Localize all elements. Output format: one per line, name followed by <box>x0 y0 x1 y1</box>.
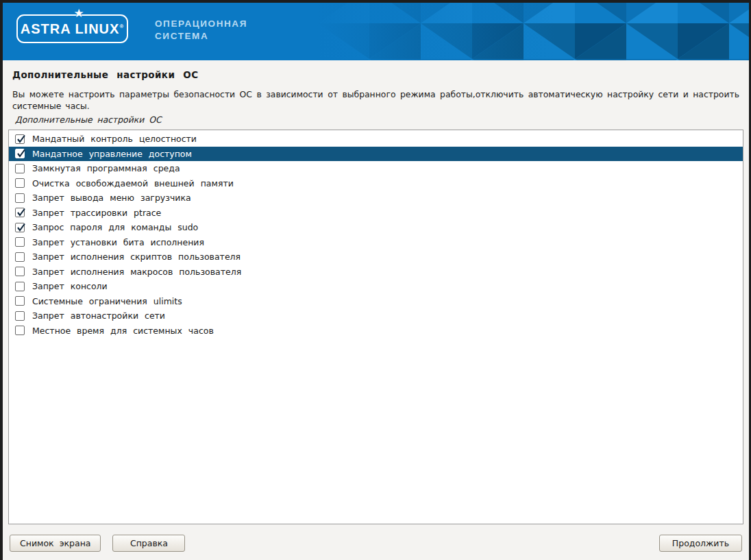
checkbox-unchecked-icon[interactable] <box>15 193 25 203</box>
option-row[interactable]: Запрет автонастройки сети <box>9 308 743 324</box>
checkbox-unchecked-icon[interactable] <box>15 282 25 291</box>
logo-text: ASTRA LINUX® <box>21 21 125 37</box>
checkbox-unchecked-icon[interactable] <box>15 267 25 276</box>
brand-line1: ОПЕРАЦИОННАЯ <box>155 18 247 30</box>
option-row[interactable]: Запрос пароля для команды sudo <box>9 220 743 235</box>
page-description: Вы можете настроить параметры безопаснос… <box>12 88 739 112</box>
option-label: Запрет трассировки ptrace <box>32 208 161 218</box>
option-label: Запрос пароля для команды sudo <box>32 222 198 232</box>
option-row[interactable]: Запрет вывода меню загрузчика <box>9 191 743 206</box>
astra-linux-logo: ★ ASTRA LINUX® <box>16 14 128 43</box>
option-label: Запрет вывода меню загрузчика <box>32 193 191 203</box>
option-row[interactable]: Мандатное управление доступом <box>9 147 743 162</box>
option-row[interactable]: Запрет исполнения макросов пользователя <box>9 265 743 280</box>
checkbox-checked-icon[interactable] <box>15 134 25 144</box>
option-label: Запрет автонастройки сети <box>32 311 165 321</box>
star-icon: ★ <box>73 8 84 19</box>
option-label: Системные ограничения ulimits <box>32 296 182 306</box>
page-title: Дополнительные настройки ОС <box>12 69 739 80</box>
checkbox-unchecked-icon[interactable] <box>15 164 25 173</box>
checkbox-unchecked-icon[interactable] <box>15 296 25 306</box>
footer-bar: Снимок экрана Справка Продолжить <box>3 535 749 552</box>
option-row[interactable]: Запрет трассировки ptrace <box>9 206 743 221</box>
continue-button[interactable]: Продолжить <box>659 535 742 552</box>
checkbox-checked-icon[interactable] <box>15 223 25 232</box>
option-label: Очистка освобождаемой внешней памяти <box>32 178 234 188</box>
option-row[interactable]: Запрет исполнения скриптов пользователя <box>9 249 743 265</box>
checkbox-unchecked-icon[interactable] <box>15 326 25 335</box>
option-label: Запрет консоли <box>32 281 108 291</box>
registered-mark: ® <box>119 23 124 29</box>
option-row[interactable]: Запрет установки бита исполнения <box>9 235 743 250</box>
option-label: Мандатное управление доступом <box>32 149 192 159</box>
list-label: Дополнительные настройки ОС <box>15 114 739 125</box>
option-label: Запрет установки бита исполнения <box>32 237 204 247</box>
option-label: Запрет исполнения макросов пользователя <box>32 267 241 277</box>
option-row[interactable]: Местное время для системных часов <box>9 324 743 339</box>
help-button[interactable]: Справка <box>112 535 185 552</box>
brand-line2: СИСТЕМА <box>155 30 247 42</box>
option-row[interactable]: Системные ограничения ulimits <box>9 294 743 309</box>
header-banner: ★ ASTRA LINUX® ОПЕРАЦИОННАЯ СИСТЕМА <box>3 3 749 60</box>
option-row[interactable]: Очистка освобождаемой внешней памяти <box>9 176 743 191</box>
option-label: Запрет исполнения скриптов пользователя <box>32 252 241 262</box>
option-label: Местное время для системных часов <box>32 326 214 336</box>
checkbox-unchecked-icon[interactable] <box>15 178 25 188</box>
brand-caption: ОПЕРАЦИОННАЯ СИСТЕМА <box>155 18 247 42</box>
checkbox-checked-icon[interactable] <box>15 149 25 158</box>
option-label: Мандатный контроль целостности <box>32 134 197 144</box>
installer-window: ★ ASTRA LINUX® ОПЕРАЦИОННАЯ СИСТЕМА Допо… <box>0 0 751 560</box>
checkbox-checked-icon[interactable] <box>15 208 25 217</box>
option-row[interactable]: Мандатный контроль целостности <box>9 132 743 147</box>
content-area: Дополнительные настройки ОС Вы можете на… <box>3 69 749 125</box>
option-row[interactable]: Запрет консоли <box>9 279 743 294</box>
checkbox-unchecked-icon[interactable] <box>15 237 25 247</box>
option-label: Замкнутая программная среда <box>32 163 180 173</box>
screenshot-button[interactable]: Снимок экрана <box>10 535 101 552</box>
option-row[interactable]: Замкнутая программная среда <box>9 161 743 176</box>
checkbox-unchecked-icon[interactable] <box>15 311 25 321</box>
options-listbox[interactable]: Мандатный контроль целостностиМандатное … <box>8 130 743 524</box>
checkbox-unchecked-icon[interactable] <box>15 252 25 262</box>
